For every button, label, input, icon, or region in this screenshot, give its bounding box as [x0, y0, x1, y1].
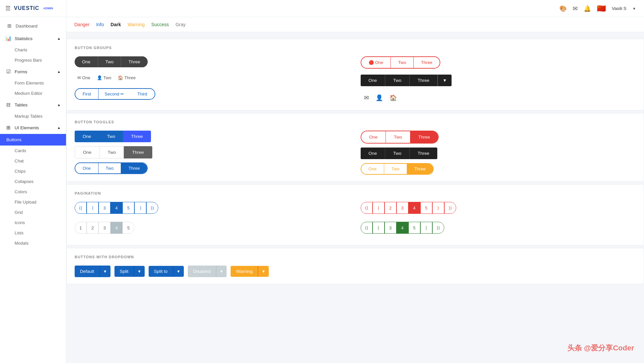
- bell-icon[interactable]: 🔔: [584, 5, 591, 12]
- dark2-btn-three[interactable]: Three: [410, 75, 438, 86]
- sidebar-item-dashboard[interactable]: ⊞ Dashboard: [0, 20, 66, 32]
- icon-text-btn-two[interactable]: 👤 Two: [94, 73, 114, 82]
- disabled-btn-main[interactable]: Disabled: [188, 266, 216, 277]
- page-4-btn[interactable]: 4: [110, 202, 122, 214]
- dark2-btn-two[interactable]: Two: [385, 75, 410, 86]
- sidebar-item-charts[interactable]: Charts: [0, 45, 66, 55]
- dark-group-btn-one[interactable]: One: [75, 56, 98, 67]
- plain-page-1-btn[interactable]: 1: [75, 222, 87, 234]
- red-page-5-btn[interactable]: 5: [420, 202, 432, 214]
- dark-group-btn-two[interactable]: Two: [98, 56, 121, 67]
- green-page-3-btn[interactable]: 3: [385, 222, 396, 234]
- sidebar-item-forms[interactable]: ☑ Forms ▲: [0, 65, 66, 78]
- warning-btn-arrow[interactable]: ▼: [258, 266, 269, 277]
- green-page-4-btn[interactable]: 4: [396, 222, 408, 234]
- default-btn-main[interactable]: Default: [75, 266, 100, 277]
- red-page-2-btn[interactable]: 2: [385, 202, 396, 214]
- red-page-last-btn[interactable]: ⟩⟩: [444, 202, 456, 214]
- pencil-group-btn-second[interactable]: Second ✏: [99, 89, 130, 99]
- plain-page-2-btn[interactable]: 2: [87, 222, 99, 234]
- gray-color-btn[interactable]: Gray: [176, 21, 185, 29]
- split-to-btn-main[interactable]: Split to: [149, 266, 173, 277]
- plain-page-3-btn[interactable]: 3: [99, 222, 110, 234]
- flag-icon[interactable]: 🇨🇳: [597, 4, 606, 13]
- disabled-btn-arrow[interactable]: ▼: [216, 266, 227, 277]
- page-next-btn[interactable]: ⟩: [134, 202, 146, 214]
- sidebar-item-chat[interactable]: Chat: [0, 156, 66, 166]
- green-page-last-btn[interactable]: ⟩⟩: [432, 222, 444, 234]
- yellow-toggle-one[interactable]: One: [361, 164, 385, 174]
- icon-text-btn-three[interactable]: 🏠 Three: [115, 73, 138, 82]
- sidebar-item-buttons[interactable]: Buttons: [0, 134, 66, 146]
- emoji-btn-user[interactable]: 👤: [372, 92, 386, 103]
- mail-icon[interactable]: ✉: [573, 5, 578, 12]
- split-btn-arrow[interactable]: ▼: [134, 266, 145, 277]
- sidebar-item-colors[interactable]: Colors: [0, 187, 66, 197]
- page-5-btn[interactable]: 5: [122, 202, 134, 214]
- sidebar-item-markup-tables[interactable]: Markup Tables: [0, 111, 66, 121]
- red-page-next-btn[interactable]: ⟩: [432, 202, 444, 214]
- yellow-toggle-three[interactable]: Three: [407, 164, 433, 174]
- red-toggle-two[interactable]: Two: [386, 131, 410, 143]
- sidebar-item-medium-editor[interactable]: Medium Editor: [0, 88, 66, 98]
- gray-toggle-two[interactable]: Two: [100, 146, 124, 158]
- plain-page-4-btn[interactable]: 4: [110, 222, 122, 234]
- pencil-group-btn-first[interactable]: First: [75, 89, 99, 99]
- green-page-first-btn[interactable]: ⟨⟨: [361, 222, 373, 234]
- sidebar-item-tables[interactable]: ⊟ Tables ▲: [0, 98, 66, 111]
- red-toggle-one[interactable]: One: [361, 131, 386, 143]
- blue-outline-toggle-one[interactable]: One: [75, 163, 99, 173]
- page-first-btn[interactable]: ⟨⟨: [75, 202, 87, 214]
- emoji-btn-home[interactable]: 🏠: [386, 92, 400, 103]
- red-page-prev-btn[interactable]: ⟨: [373, 202, 385, 214]
- dark-group-btn-three[interactable]: Three: [121, 56, 147, 67]
- split-btn-main[interactable]: Split: [114, 266, 134, 277]
- blue-toggle-three[interactable]: Three: [123, 131, 151, 142]
- emoji-btn-mail[interactable]: ✉: [361, 92, 372, 103]
- sidebar-item-statistics[interactable]: 📊 Statistics ▲: [0, 32, 66, 45]
- red-page-3-btn[interactable]: 3: [396, 202, 408, 214]
- sidebar-item-progress-bars[interactable]: Progress Bars: [0, 55, 66, 65]
- green-page-5-btn[interactable]: 5: [408, 222, 420, 234]
- info-color-btn[interactable]: Info: [96, 21, 104, 29]
- sidebar-item-ui-elements[interactable]: ⊞ UI Elements ▲: [0, 121, 66, 134]
- pencil-group-btn-third[interactable]: Third: [130, 89, 155, 99]
- sidebar-item-chips[interactable]: Chips: [0, 166, 66, 176]
- sidebar-item-form-elements[interactable]: Form Elements: [0, 78, 66, 88]
- blue-outline-toggle-two[interactable]: Two: [99, 163, 121, 173]
- red-page-4-btn[interactable]: 4: [408, 202, 420, 214]
- dark-toggle-one[interactable]: One: [361, 148, 386, 159]
- red-group-btn-one[interactable]: 🔴One: [361, 57, 391, 68]
- dark2-btn-one[interactable]: One: [361, 75, 386, 86]
- yellow-toggle-two[interactable]: Two: [384, 164, 407, 174]
- default-btn-arrow[interactable]: ▼: [100, 266, 110, 277]
- success-color-btn[interactable]: Success: [151, 21, 169, 29]
- sidebar-item-modals[interactable]: Modals: [0, 238, 66, 248]
- blue-toggle-one[interactable]: One: [75, 131, 99, 142]
- warning-btn-main[interactable]: Warning: [231, 266, 258, 277]
- green-page-next-btn[interactable]: ⟩: [420, 222, 432, 234]
- sidebar-item-cards[interactable]: Cards: [0, 146, 66, 156]
- green-page-prev-btn[interactable]: ⟨: [373, 222, 385, 234]
- page-3-btn[interactable]: 3: [99, 202, 110, 214]
- warning-color-btn[interactable]: Warning: [127, 21, 145, 29]
- palette-icon[interactable]: 🎨: [559, 5, 567, 12]
- user-name[interactable]: Vasili S: [612, 6, 626, 11]
- sidebar-item-lists[interactable]: Lists: [0, 228, 66, 238]
- icon-text-btn-one[interactable]: ✉ One: [75, 73, 93, 82]
- dark-color-btn[interactable]: Dark: [110, 21, 121, 29]
- dark-toggle-two[interactable]: Two: [385, 148, 410, 159]
- red-group-btn-three[interactable]: Three: [414, 57, 440, 68]
- plain-page-5-btn[interactable]: 5: [122, 222, 134, 234]
- blue-outline-toggle-three[interactable]: Three: [121, 163, 147, 173]
- sidebar-item-file-upload[interactable]: File Upload: [0, 197, 66, 207]
- sidebar-item-grid[interactable]: Grid: [0, 207, 66, 217]
- gray-toggle-three[interactable]: Three: [124, 146, 152, 158]
- red-toggle-three[interactable]: Three: [410, 131, 438, 143]
- red-group-btn-two[interactable]: Two: [391, 57, 414, 68]
- page-prev-btn[interactable]: ⟨: [87, 202, 99, 214]
- blue-toggle-two[interactable]: Two: [99, 131, 123, 142]
- split-to-btn-arrow[interactable]: ▼: [173, 266, 184, 277]
- sidebar-item-icons[interactable]: Icons: [0, 217, 66, 228]
- dark-toggle-three[interactable]: Three: [410, 148, 437, 159]
